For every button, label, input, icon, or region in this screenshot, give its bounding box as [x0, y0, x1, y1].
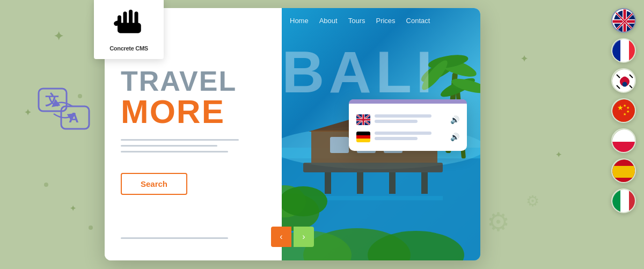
trans-line-2: [375, 120, 418, 123]
translation-popup: 🔊 🔊: [349, 99, 467, 151]
next-arrow[interactable]: ›: [294, 227, 314, 247]
svg-rect-19: [325, 172, 331, 194]
sparkle-2: ✦: [24, 107, 31, 118]
travel-heading: TRAVEL: [121, 67, 266, 95]
dot-2: [44, 183, 48, 187]
svg-point-62: [623, 82, 627, 87]
svg-rect-15: [330, 137, 349, 153]
cms-logo-hand-icon: [110, 5, 148, 43]
svg-rect-18: [303, 163, 443, 172]
nav-about[interactable]: About: [319, 17, 338, 25]
svg-rect-20: [357, 172, 363, 194]
svg-rect-39: [356, 132, 370, 135]
bottom-line: [121, 237, 228, 239]
trans-lines-de: [375, 132, 446, 142]
nav-bar: Home About Tours Prices Contact: [276, 8, 480, 33]
svg-text:★: ★: [626, 110, 630, 113]
svg-point-68: [612, 99, 636, 123]
flag-button-es[interactable]: [611, 158, 636, 183]
nav-tours[interactable]: Tours: [348, 17, 365, 25]
svg-rect-83: [629, 190, 636, 213]
svg-rect-57: [629, 39, 636, 63]
gear-icon-2: ⚙: [526, 192, 539, 210]
trans-line-4: [375, 137, 418, 140]
svg-text:★: ★: [623, 112, 626, 116]
dot-3: [89, 226, 93, 230]
search-button[interactable]: Search: [121, 173, 187, 195]
svg-rect-41: [356, 139, 370, 142]
sparkle-5: ✦: [555, 150, 562, 159]
cms-logo: Concrete CMS: [94, 0, 164, 59]
svg-text:文: 文: [45, 92, 59, 108]
popup-header: [349, 99, 467, 104]
prev-arrow[interactable]: ‹: [271, 227, 291, 247]
translate-icon: 文 A: [38, 86, 91, 134]
flag-button-kr[interactable]: [611, 68, 636, 93]
svg-point-61: [623, 77, 627, 82]
sparkle-3: ✦: [70, 204, 76, 213]
nav-arrows: ‹ ›: [271, 227, 314, 247]
sparkle-4: ✦: [521, 54, 528, 64]
flags-column: ★ ★ ★ ★ ★: [611, 8, 636, 213]
svg-rect-8: [118, 23, 141, 33]
trans-line-1: [375, 114, 431, 118]
svg-rect-22: [421, 172, 428, 194]
trans-line-3: [375, 132, 431, 135]
flag-de-small: [356, 132, 370, 142]
flag-button-pl[interactable]: [611, 128, 636, 153]
sparkle-1: ✦: [54, 30, 63, 43]
translation-row-de: 🔊: [356, 132, 459, 142]
flag-button-cn[interactable]: ★ ★ ★ ★ ★: [611, 98, 636, 123]
svg-rect-40: [356, 135, 370, 139]
speaker-icon-en: 🔊: [450, 115, 459, 124]
svg-rect-55: [612, 39, 620, 63]
nav-prices[interactable]: Prices: [376, 17, 395, 25]
svg-rect-21: [389, 172, 396, 194]
svg-text:A: A: [69, 110, 79, 126]
svg-point-34: [279, 186, 327, 216]
speaker-icon-de: 🔊: [450, 133, 459, 141]
flag-uk-small: [356, 114, 370, 125]
line-2: [121, 145, 217, 147]
content-lines: [121, 139, 266, 152]
bali-watermark: BALI: [282, 38, 437, 106]
trans-lines-en: [375, 114, 446, 125]
svg-text:★: ★: [626, 106, 630, 110]
nav-home[interactable]: Home: [290, 17, 309, 25]
svg-rect-56: [620, 39, 629, 63]
svg-rect-79: [612, 166, 636, 178]
flag-button-fr[interactable]: [611, 38, 636, 63]
cms-logo-text: Concrete CMS: [109, 45, 148, 52]
line-3: [121, 151, 228, 152]
svg-rect-76: [612, 142, 636, 153]
flag-button-uk[interactable]: [611, 8, 636, 33]
line-1: [121, 139, 239, 141]
nav-contact[interactable]: Contact: [406, 17, 430, 25]
gear-icon-1: ⚙: [487, 207, 510, 237]
flag-button-it[interactable]: [611, 188, 636, 213]
more-heading: MORE: [121, 95, 266, 128]
translation-row-en: 🔊: [356, 114, 459, 125]
svg-rect-82: [612, 190, 620, 213]
